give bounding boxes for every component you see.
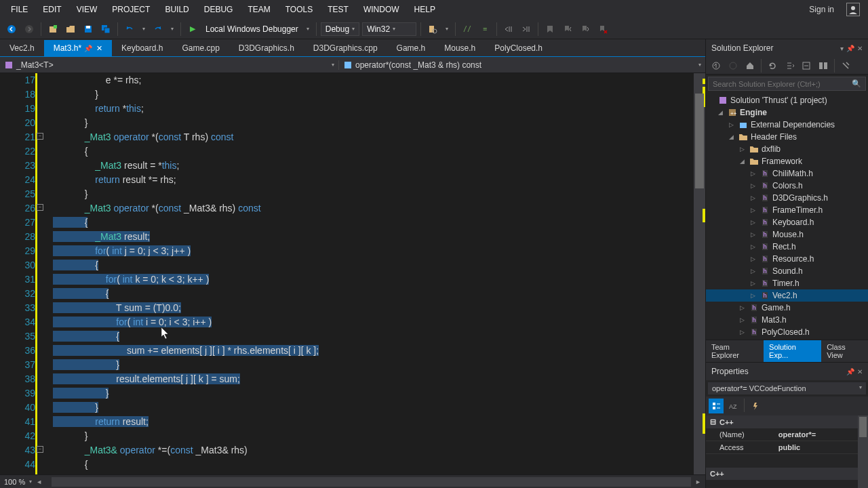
tree-item[interactable]: ▷hMouse.h [706,228,868,241]
redo-button[interactable] [151,22,165,37]
uncomment-button[interactable]: ≡ [477,22,492,37]
zoom-level[interactable]: 100 % [4,478,25,486]
tree-item[interactable]: ▷External Dependencies [706,119,868,131]
save-all-button[interactable] [98,22,113,37]
properties-object-combo[interactable]: operator*= VCCodeFunction▾ [708,382,866,394]
tab-d3dgraphicscpp[interactable]: D3DGraphics.cpp [304,40,387,56]
menu-edit[interactable]: EDIT [36,2,68,17]
code-editor[interactable]: 1718192021−2223242526−272829303132333435… [0,73,705,474]
properties-scrollbar[interactable] [858,415,868,488]
svg-rect-18 [824,62,827,69]
comment-button[interactable]: // [460,22,475,37]
prop-events-button[interactable] [748,399,763,413]
bookmark-prev-button[interactable] [560,22,575,37]
solution-search-input[interactable] [713,80,852,88]
tree-item[interactable]: ◢++Engine [706,106,868,119]
tree-item[interactable]: ▷hPolyClosed.h [706,326,868,338]
panel-pin-icon[interactable]: 📌 [846,45,854,52]
platform-combo[interactable]: Win32▾ [362,22,416,36]
tree-item[interactable]: ▷hColors.h [706,180,868,192]
new-project-button[interactable] [45,22,60,37]
search-icon[interactable]: 🔍 [852,79,861,88]
scope-combo[interactable]: _Mat3<T> ▾ [0,60,339,70]
menu-project[interactable]: PROJECT [105,2,157,17]
panel-close-icon[interactable]: ✕ [857,45,863,52]
menu-view[interactable]: VIEW [70,2,104,17]
solution-tree[interactable]: Solution 'Thrust' (1 project)◢++Engine▷E… [706,93,868,340]
main-toolbar: ▾ ▾ ▶ Local Windows Debugger ▾ Debug▾ Wi… [0,19,868,39]
menu-window[interactable]: WINDOW [357,2,406,17]
member-combo[interactable]: operator*(const _Mat3 & rhs) const ▾ [339,60,705,70]
tree-item[interactable]: Solution 'Thrust' (1 project) [706,94,868,106]
config-combo[interactable]: Debug▾ [321,22,359,36]
avatar-icon[interactable] [846,3,860,16]
tree-item[interactable]: ▷hVec2.h [706,289,868,302]
menu-debug[interactable]: DEBUG [197,2,240,17]
tree-item[interactable]: ◢Framework [706,155,868,167]
tab-vec2h[interactable]: Vec2.h [0,40,44,56]
tree-item[interactable]: ▷hD3DGraphics.h [706,192,868,204]
tab-gamecpp[interactable]: Game.cpp [172,40,229,56]
tree-item[interactable]: ▷hTimer.h [706,277,868,289]
tree-item[interactable]: ▷hResource.h [706,253,868,265]
tree-item[interactable]: ▷hGame.h [706,302,868,314]
prop-alpha-button[interactable]: AZ [726,399,741,413]
panel-dropdown-icon[interactable]: ▾ [840,45,844,52]
nav-back-button[interactable] [4,22,19,37]
menu-help[interactable]: HELP [408,2,442,17]
menu-file[interactable]: FILE [4,2,35,17]
nav-forward-button[interactable] [22,22,37,37]
panel-tab[interactable]: Team Explorer [706,340,764,362]
se-back-button[interactable] [726,58,741,73]
panel-close-icon[interactable]: ✕ [857,368,863,375]
debugger-label[interactable]: Local Windows Debugger [203,24,301,34]
panel-pin-icon[interactable]: 📌 [846,368,854,375]
open-button[interactable] [63,22,78,37]
svg-rect-8 [104,28,110,33]
tree-item[interactable]: ▷hKeyboard.h [706,216,868,228]
tree-item[interactable]: ▷hChiliMath.h [706,167,868,180]
indent-less-button[interactable] [501,22,516,37]
tree-item[interactable]: ▷hRect.h [706,241,868,253]
se-home-button[interactable] [709,58,724,73]
horizontal-scrollbar[interactable] [52,477,691,487]
menu-build[interactable]: BUILD [158,2,195,17]
menu-team[interactable]: TEAM [241,2,277,17]
svg-rect-6 [86,26,90,28]
se-home-icon[interactable] [743,58,757,73]
tree-item[interactable]: ▷hFrameTimer.h [706,204,868,216]
save-button[interactable] [81,22,96,37]
menu-tools[interactable]: TOOLS [279,2,319,17]
panel-tab[interactable]: Solution Exp... [764,340,821,362]
prop-categorized-button[interactable] [709,399,724,413]
vertical-scrollbar[interactable] [694,73,705,474]
solution-search[interactable]: 🔍 [708,77,866,91]
tree-item[interactable]: ◢Header Files [706,131,868,143]
tab-mat3h[interactable]: Mat3.h*📌✕ [44,40,112,56]
start-debug-button[interactable]: ▶ [185,22,200,37]
se-collapse-button[interactable] [799,58,814,73]
menu-test[interactable]: TEST [321,2,355,17]
se-sync-button[interactable] [782,58,797,73]
panel-tab[interactable]: Class View [821,340,868,362]
tree-item[interactable]: ▷hMat3.h [706,314,868,326]
tab-polyclosedh[interactable]: PolyClosed.h [485,40,552,56]
tab-mouseh[interactable]: Mouse.h [435,40,485,56]
properties-title: Properties 📌 ✕ [706,363,868,380]
tree-item[interactable]: ▷dxflib [706,143,868,155]
se-refresh-button[interactable] [765,58,780,73]
se-showall-button[interactable] [816,58,831,73]
undo-button[interactable] [122,22,137,37]
bookmark-next-button[interactable] [578,22,593,37]
sign-in-link[interactable]: Sign in [804,2,840,17]
tab-gameh[interactable]: Game.h [387,40,435,56]
tab-keyboardh[interactable]: Keyboard.h [112,40,172,56]
find-button[interactable] [425,22,440,37]
bookmark-button[interactable] [542,22,557,37]
se-properties-button[interactable] [838,58,853,73]
indent-more-button[interactable] [519,22,534,37]
tab-d3dgraphicsh[interactable]: D3DGraphics.h [229,40,304,56]
cursor-pointer-icon [161,327,170,340]
tree-item[interactable]: ▷hSound.h [706,265,868,277]
bookmark-clear-button[interactable] [595,22,610,37]
